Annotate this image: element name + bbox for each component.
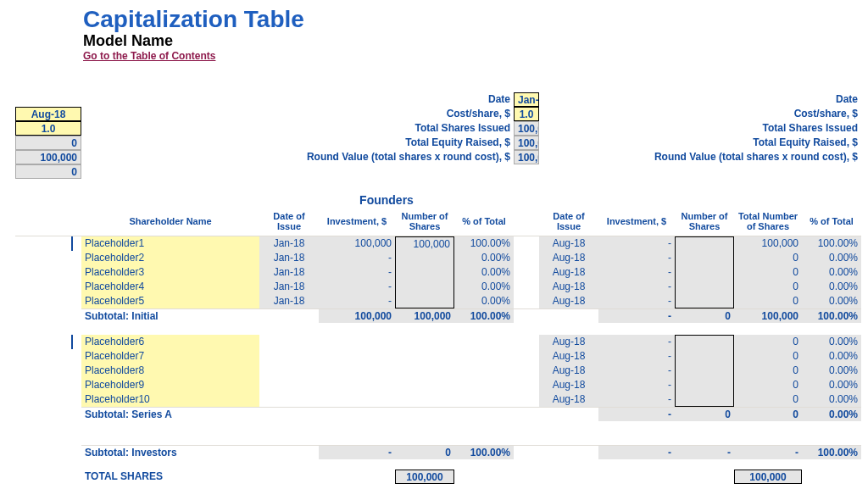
investor-name[interactable]: Placeholder6 — [81, 335, 259, 349]
initial-name[interactable]: Placeholder4 — [81, 280, 259, 294]
col-s-shares: Number of Shares — [675, 208, 734, 236]
inv-sshares[interactable] — [675, 378, 734, 392]
initial-fshares[interactable]: 100,000 — [395, 236, 454, 251]
val-ter-s: 100,000 — [15, 150, 81, 164]
inv-spct: 0.00% — [802, 392, 861, 407]
inv-sinv: - — [598, 364, 675, 378]
total-shares-label: TOTAL SHARES — [81, 470, 259, 484]
inv-sshares[interactable] — [675, 349, 734, 364]
col-s-pct: % of Total — [802, 208, 861, 236]
investor-name[interactable]: Placeholder10 — [81, 392, 259, 407]
initial-spct: 0.00% — [802, 265, 861, 280]
initial-fdate: Jan-18 — [259, 251, 319, 265]
input-date-seriesa[interactable]: Aug-18 — [15, 107, 81, 121]
initial-fshares[interactable] — [395, 251, 454, 265]
cap-table-grid: DateJan-18DateAug-18Cost/share, $1.0Cost… — [15, 92, 853, 489]
subtotal-investors-label: Subtotal: Investors — [81, 445, 259, 459]
inv-stot: 0 — [734, 349, 802, 364]
input-cost-founders[interactable]: 1.0 — [514, 107, 539, 121]
sub-inv-stot: - — [734, 445, 802, 459]
sub-sa-stot: 0 — [734, 407, 802, 421]
col-f-pct: % of Total — [454, 208, 514, 236]
initial-fdate: Jan-18 — [259, 236, 319, 251]
initial-sshares[interactable] — [675, 280, 734, 294]
sub-sa-ssh: 0 — [675, 407, 734, 421]
initial-fshares[interactable] — [395, 280, 454, 294]
initial-stot: 0 — [734, 251, 802, 265]
inv-sdate: Aug-18 — [539, 378, 598, 392]
sub-init-ssh: 0 — [675, 308, 734, 323]
initial-finv: - — [319, 294, 395, 308]
col-f-date: Date of Issue — [259, 208, 319, 236]
initial-name[interactable]: Placeholder1 — [81, 236, 259, 251]
input-cost-seriesa[interactable]: 1.0 — [15, 121, 81, 136]
sub-init-finv: 100,000 — [319, 308, 395, 323]
investor-name[interactable]: Placeholder9 — [81, 378, 259, 392]
initial-fpct: 0.00% — [454, 265, 514, 280]
inv-sdate: Aug-18 — [539, 364, 598, 378]
investor-name[interactable]: Placeholder7 — [81, 349, 259, 364]
initial-sdate: Aug-18 — [539, 251, 598, 265]
initial-sdate: Aug-18 — [539, 265, 598, 280]
total-shares-f: 100,000 — [395, 470, 454, 484]
toc-link[interactable]: Go to the Table of Contents — [83, 50, 215, 62]
initial-name[interactable]: Placeholder2 — [81, 251, 259, 265]
val-tsi-f: 100,000 — [514, 121, 539, 136]
label-rv-s: Round Value (total shares x round cost),… — [802, 150, 861, 164]
inv-sdate: Aug-18 — [539, 335, 598, 349]
sub-inv-fpct: 100.00% — [454, 445, 514, 459]
initial-spct: 0.00% — [802, 251, 861, 265]
sub-sa-sinv: - — [598, 407, 675, 421]
initial-sshares[interactable] — [675, 294, 734, 308]
inv-sdate: Aug-18 — [539, 349, 598, 364]
initial-fshares[interactable] — [395, 294, 454, 308]
initial-spct: 100.00% — [802, 236, 861, 251]
sub-init-fpct: 100.00% — [454, 308, 514, 323]
sub-inv-finv: - — [319, 445, 395, 459]
initial-sdate: Aug-18 — [539, 236, 598, 251]
val-tsi-s: 0 — [15, 136, 81, 150]
initial-fpct: 0.00% — [454, 294, 514, 308]
initial-fpct: 100.00% — [454, 236, 514, 251]
subtotal-seriesa-label: Subtotal: Series A — [81, 407, 259, 421]
initial-sshares[interactable] — [675, 265, 734, 280]
inv-sdate: Aug-18 — [539, 392, 598, 407]
initial-sdate: Aug-18 — [539, 280, 598, 294]
model-name: Model Name — [83, 33, 853, 50]
inv-sshares[interactable] — [675, 392, 734, 407]
sub-init-spct: 100.00% — [802, 308, 861, 323]
sub-inv-spct: 100.00% — [802, 445, 861, 459]
inv-spct: 0.00% — [802, 349, 861, 364]
total-shares-s: 100,000 — [734, 470, 802, 484]
initial-fshares[interactable] — [395, 265, 454, 280]
inv-sshares[interactable] — [675, 335, 734, 349]
initial-sshares[interactable] — [675, 251, 734, 265]
label-ter-s: Total Equity Raised, $ — [802, 136, 861, 150]
inv-sinv: - — [598, 335, 675, 349]
initial-fdate: Jan-18 — [259, 294, 319, 308]
initial-fpct: 0.00% — [454, 280, 514, 294]
inv-spct: 0.00% — [802, 378, 861, 392]
initial-stot: 100,000 — [734, 236, 802, 251]
sub-init-fsh: 100,000 — [395, 308, 454, 323]
inv-sinv: - — [598, 392, 675, 407]
initial-stot: 0 — [734, 280, 802, 294]
inv-sshares[interactable] — [675, 364, 734, 378]
initial-finv: - — [319, 280, 395, 294]
sub-init-stot: 100,000 — [734, 308, 802, 323]
val-ter-f: 100,000 — [514, 136, 539, 150]
label-date-seriesa: Date — [802, 92, 861, 107]
inv-sinv: - — [598, 378, 675, 392]
initial-name[interactable]: Placeholder5 — [81, 294, 259, 308]
initial-name[interactable]: Placeholder3 — [81, 265, 259, 280]
investor-name[interactable]: Placeholder8 — [81, 364, 259, 378]
input-date-founders[interactable]: Jan-18 — [514, 92, 539, 107]
col-s-date: Date of Issue — [539, 208, 598, 236]
inv-stot: 0 — [734, 335, 802, 349]
initial-sinv: - — [598, 294, 675, 308]
sub-inv-sinv: - — [598, 445, 675, 459]
initial-sdate: Aug-18 — [539, 294, 598, 308]
inv-stot: 0 — [734, 392, 802, 407]
sub-inv-fsh: 0 — [395, 445, 454, 459]
initial-sshares[interactable] — [675, 236, 734, 251]
